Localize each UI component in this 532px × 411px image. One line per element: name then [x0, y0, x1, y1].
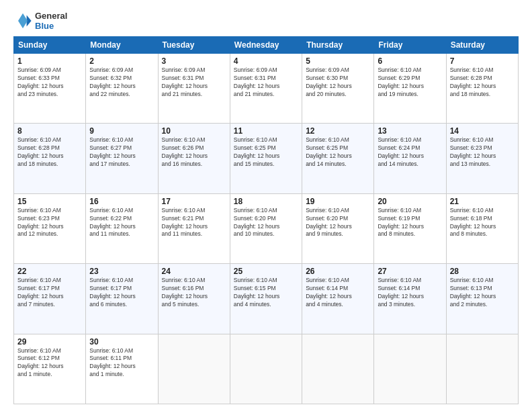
day-cell: 22Sunrise: 6:10 AM Sunset: 6:17 PM Dayli… [14, 264, 86, 334]
day-cell: 20Sunrise: 6:10 AM Sunset: 6:19 PM Dayli… [374, 193, 446, 263]
week-row-3: 15Sunrise: 6:10 AM Sunset: 6:23 PM Dayli… [14, 193, 519, 263]
day-number: 4 [234, 56, 298, 66]
day-number: 15 [17, 197, 82, 206]
day-cell [374, 334, 446, 404]
day-cell: 28Sunrise: 6:10 AM Sunset: 6:13 PM Dayli… [446, 264, 518, 334]
col-header-friday: Friday [374, 37, 446, 54]
day-cell: 8Sunrise: 6:10 AM Sunset: 6:28 PM Daylig… [14, 124, 86, 193]
day-number: 18 [234, 197, 298, 206]
day-cell [446, 334, 518, 404]
day-info: Sunrise: 6:10 AM Sunset: 6:28 PM Dayligh… [17, 136, 82, 169]
logo-icon [13, 11, 32, 30]
day-info: Sunrise: 6:10 AM Sunset: 6:17 PM Dayligh… [89, 277, 154, 309]
header-row: SundayMondayTuesdayWednesdayThursdayFrid… [14, 37, 519, 54]
day-cell [158, 334, 230, 404]
col-header-thursday: Thursday [302, 37, 374, 54]
day-number: 29 [17, 337, 82, 347]
day-info: Sunrise: 6:10 AM Sunset: 6:22 PM Dayligh… [89, 207, 154, 239]
day-number: 14 [450, 126, 515, 136]
day-number: 11 [234, 126, 298, 136]
day-cell: 18Sunrise: 6:10 AM Sunset: 6:20 PM Dayli… [230, 193, 302, 263]
day-number: 7 [450, 56, 515, 66]
day-number: 20 [378, 197, 442, 206]
day-info: Sunrise: 6:09 AM Sunset: 6:31 PM Dayligh… [162, 66, 226, 99]
day-number: 30 [89, 337, 154, 347]
day-info: Sunrise: 6:10 AM Sunset: 6:23 PM Dayligh… [17, 207, 82, 239]
week-row-1: 1Sunrise: 6:09 AM Sunset: 6:33 PM Daylig… [14, 54, 519, 124]
day-number: 9 [89, 126, 154, 136]
day-number: 22 [17, 267, 82, 276]
day-info: Sunrise: 6:10 AM Sunset: 6:28 PM Dayligh… [450, 66, 515, 99]
day-number: 1 [17, 56, 82, 66]
day-info: Sunrise: 6:09 AM Sunset: 6:30 PM Dayligh… [306, 66, 370, 99]
day-number: 26 [306, 267, 370, 276]
day-info: Sunrise: 6:10 AM Sunset: 6:15 PM Dayligh… [234, 277, 298, 309]
day-info: Sunrise: 6:10 AM Sunset: 6:23 PM Dayligh… [450, 136, 515, 169]
day-cell: 10Sunrise: 6:10 AM Sunset: 6:26 PM Dayli… [158, 124, 230, 193]
day-info: Sunrise: 6:10 AM Sunset: 6:24 PM Dayligh… [378, 136, 442, 169]
day-cell: 15Sunrise: 6:10 AM Sunset: 6:23 PM Dayli… [14, 193, 86, 263]
day-cell: 6Sunrise: 6:10 AM Sunset: 6:29 PM Daylig… [374, 54, 446, 124]
day-number: 24 [162, 267, 226, 276]
day-cell: 2Sunrise: 6:09 AM Sunset: 6:32 PM Daylig… [86, 54, 158, 124]
day-cell: 30Sunrise: 6:10 AM Sunset: 6:11 PM Dayli… [86, 334, 158, 404]
day-info: Sunrise: 6:10 AM Sunset: 6:20 PM Dayligh… [234, 207, 298, 239]
day-number: 23 [89, 267, 154, 276]
day-number: 21 [450, 197, 515, 206]
day-number: 3 [162, 56, 226, 66]
day-cell: 17Sunrise: 6:10 AM Sunset: 6:21 PM Dayli… [158, 193, 230, 263]
day-info: Sunrise: 6:10 AM Sunset: 6:26 PM Dayligh… [162, 136, 226, 169]
logo: General Blue [13, 11, 67, 31]
day-info: Sunrise: 6:09 AM Sunset: 6:33 PM Dayligh… [17, 66, 82, 99]
week-row-5: 29Sunrise: 6:10 AM Sunset: 6:12 PM Dayli… [14, 334, 519, 404]
day-number: 6 [378, 56, 442, 66]
day-number: 25 [234, 267, 298, 276]
day-number: 2 [89, 56, 154, 66]
day-info: Sunrise: 6:10 AM Sunset: 6:20 PM Dayligh… [306, 207, 370, 239]
logo-text: General Blue [35, 11, 67, 31]
week-row-2: 8Sunrise: 6:10 AM Sunset: 6:28 PM Daylig… [14, 124, 519, 193]
day-cell: 27Sunrise: 6:10 AM Sunset: 6:14 PM Dayli… [374, 264, 446, 334]
day-info: Sunrise: 6:10 AM Sunset: 6:13 PM Dayligh… [450, 277, 515, 309]
day-number: 27 [378, 267, 442, 276]
day-info: Sunrise: 6:10 AM Sunset: 6:19 PM Dayligh… [378, 207, 442, 239]
header: General Blue [13, 11, 519, 31]
svg-marker-1 [18, 13, 28, 28]
day-info: Sunrise: 6:10 AM Sunset: 6:18 PM Dayligh… [450, 207, 515, 239]
day-number: 5 [306, 56, 370, 66]
col-header-monday: Monday [86, 37, 158, 54]
col-header-saturday: Saturday [446, 37, 518, 54]
day-number: 16 [89, 197, 154, 206]
day-info: Sunrise: 6:10 AM Sunset: 6:17 PM Dayligh… [17, 277, 82, 309]
day-info: Sunrise: 6:10 AM Sunset: 6:14 PM Dayligh… [306, 277, 370, 309]
day-cell: 5Sunrise: 6:09 AM Sunset: 6:30 PM Daylig… [302, 54, 374, 124]
day-cell: 11Sunrise: 6:10 AM Sunset: 6:25 PM Dayli… [230, 124, 302, 193]
day-number: 28 [450, 267, 515, 276]
day-info: Sunrise: 6:10 AM Sunset: 6:12 PM Dayligh… [17, 347, 82, 379]
col-header-wednesday: Wednesday [230, 37, 302, 54]
col-header-sunday: Sunday [14, 37, 86, 54]
day-cell: 7Sunrise: 6:10 AM Sunset: 6:28 PM Daylig… [446, 54, 518, 124]
col-header-tuesday: Tuesday [158, 37, 230, 54]
day-number: 19 [306, 197, 370, 206]
day-info: Sunrise: 6:10 AM Sunset: 6:27 PM Dayligh… [89, 136, 154, 169]
logo-line1: General [35, 11, 67, 21]
day-number: 17 [162, 197, 226, 206]
day-info: Sunrise: 6:10 AM Sunset: 6:16 PM Dayligh… [162, 277, 226, 309]
day-cell [302, 334, 374, 404]
day-number: 13 [378, 126, 442, 136]
day-number: 12 [306, 126, 370, 136]
logo-line2: Blue [35, 21, 67, 31]
day-cell: 1Sunrise: 6:09 AM Sunset: 6:33 PM Daylig… [14, 54, 86, 124]
day-number: 10 [162, 126, 226, 136]
day-cell: 19Sunrise: 6:10 AM Sunset: 6:20 PM Dayli… [302, 193, 374, 263]
day-cell: 24Sunrise: 6:10 AM Sunset: 6:16 PM Dayli… [158, 264, 230, 334]
day-cell: 16Sunrise: 6:10 AM Sunset: 6:22 PM Dayli… [86, 193, 158, 263]
day-cell: 21Sunrise: 6:10 AM Sunset: 6:18 PM Dayli… [446, 193, 518, 263]
day-cell: 23Sunrise: 6:10 AM Sunset: 6:17 PM Dayli… [86, 264, 158, 334]
day-cell [230, 334, 302, 404]
day-cell: 25Sunrise: 6:10 AM Sunset: 6:15 PM Dayli… [230, 264, 302, 334]
day-cell: 4Sunrise: 6:09 AM Sunset: 6:31 PM Daylig… [230, 54, 302, 124]
day-cell: 12Sunrise: 6:10 AM Sunset: 6:25 PM Dayli… [302, 124, 374, 193]
day-cell: 13Sunrise: 6:10 AM Sunset: 6:24 PM Dayli… [374, 124, 446, 193]
